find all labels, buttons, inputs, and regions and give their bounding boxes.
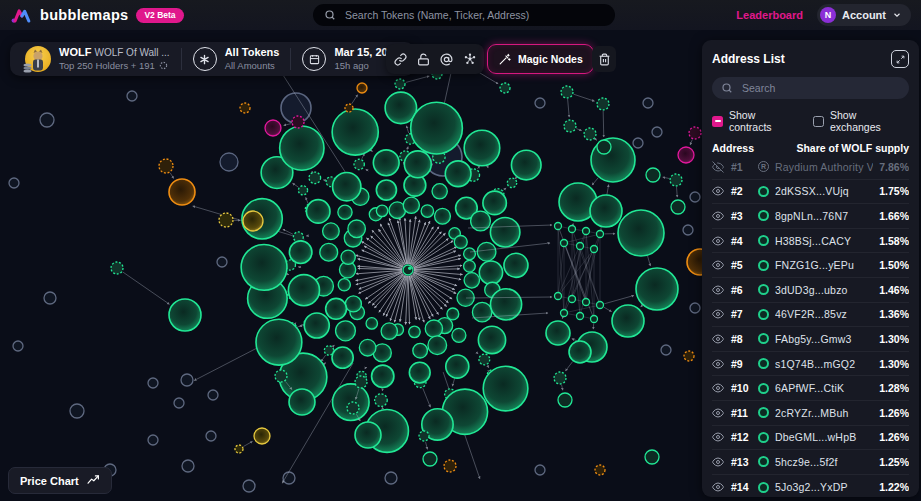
- clusters-button[interactable]: [458, 46, 481, 72]
- rank-label: #14: [731, 481, 752, 493]
- magic-nodes-button[interactable]: Magic Nodes: [487, 44, 594, 74]
- account-avatar: N: [820, 7, 836, 23]
- address-label[interactable]: 8gpNLn...76N7: [775, 210, 873, 222]
- rank-label: #8: [731, 333, 752, 345]
- unlock-button[interactable]: [412, 46, 435, 72]
- address-label[interactable]: 46VF2R...85vz: [775, 308, 873, 320]
- eye-icon[interactable]: [712, 407, 725, 419]
- checkbox-unchecked-icon[interactable]: [813, 116, 824, 127]
- eye-icon[interactable]: [712, 333, 725, 345]
- address-label[interactable]: 5hcz9e...5f2f: [775, 456, 873, 468]
- share-value: 1.75%: [879, 185, 909, 197]
- table-row[interactable]: #746VF2R...85vz1.36%: [712, 303, 909, 328]
- map-toolbar: [386, 44, 484, 74]
- token-search-input[interactable]: [343, 8, 604, 22]
- holder-bubble-icon: [758, 284, 769, 295]
- address-search-input[interactable]: [740, 81, 900, 95]
- address-mention-button[interactable]: [435, 46, 458, 72]
- chevron-down-icon: [892, 10, 902, 20]
- table-row[interactable]: #22dKSSX...VUjq1.75%: [712, 180, 909, 205]
- link-icon: [394, 53, 407, 66]
- rank-label: #13: [731, 456, 752, 468]
- address-label[interactable]: 2cRYZr...MBuh: [775, 407, 873, 419]
- table-row[interactable]: #8FAbg5y...Gmw31.30%: [712, 327, 909, 352]
- eye-icon[interactable]: [712, 284, 725, 296]
- expand-panel-button[interactable]: [891, 50, 909, 68]
- address-table: #1RRaydium Authority V47.86%#22dKSSX...V…: [712, 155, 909, 493]
- token-search-bar[interactable]: [313, 4, 615, 26]
- eye-off-icon[interactable]: [712, 161, 725, 173]
- price-chart-button[interactable]: Price Chart: [8, 467, 112, 494]
- eye-icon[interactable]: [712, 456, 725, 468]
- holder-bubble-icon: [758, 358, 769, 369]
- holder-bubble-icon: [758, 333, 769, 344]
- checkbox-checked-icon[interactable]: [712, 116, 723, 127]
- share-value: 1.26%: [879, 431, 909, 443]
- eye-icon[interactable]: [712, 308, 725, 320]
- eye-icon[interactable]: [712, 481, 725, 493]
- address-label[interactable]: 3dUD3g...ubzo: [775, 284, 873, 296]
- address-label[interactable]: s1Q74B...mGQ2: [775, 358, 873, 370]
- table-row[interactable]: #4H38BSj...CACY1.58%: [712, 229, 909, 254]
- beta-badge: V2 Beta: [136, 8, 183, 23]
- holder-bubble-icon: [758, 383, 769, 394]
- delete-button[interactable]: [592, 46, 616, 72]
- eye-icon[interactable]: [712, 382, 725, 394]
- search-icon: [721, 82, 733, 94]
- eye-icon[interactable]: [712, 235, 725, 247]
- search-icon: [324, 9, 336, 21]
- share-value: 1.30%: [879, 358, 909, 370]
- filter-tokens: All Tokens: [225, 46, 280, 60]
- address-label[interactable]: 2dKSSX...VUjq: [775, 185, 873, 197]
- loading-spinner-icon: [159, 61, 168, 70]
- table-row[interactable]: #145Jo3g2...YxDP1.22%: [712, 475, 909, 493]
- top-navbar: bubblemaps V2 Beta Leaderboard N Account: [0, 0, 921, 30]
- calendar-icon: [302, 47, 326, 71]
- filter-selector[interactable]: All Tokens All Amounts: [182, 46, 291, 72]
- address-label[interactable]: FNZG1G...yEPu: [775, 259, 873, 271]
- eye-icon[interactable]: [712, 259, 725, 271]
- table-row[interactable]: #63dUD3g...ubzo1.46%: [712, 278, 909, 303]
- table-row[interactable]: #12DbeGML...wHpB1.26%: [712, 426, 909, 451]
- address-label[interactable]: H38BSj...CACY: [775, 235, 873, 247]
- eye-icon[interactable]: [712, 358, 725, 370]
- eye-icon[interactable]: [712, 431, 725, 443]
- cluster-icon: [463, 52, 477, 66]
- show-contracts-checkbox[interactable]: Show contracts: [712, 109, 800, 133]
- address-label[interactable]: FAbg5y...Gmw3: [775, 333, 873, 345]
- rank-label: #7: [731, 308, 752, 320]
- table-row[interactable]: #5FNZG1G...yEPu1.50%: [712, 253, 909, 278]
- rank-label: #1: [731, 161, 752, 173]
- address-label[interactable]: 5Jo3g2...YxDP: [775, 481, 873, 493]
- address-label[interactable]: 6APfWF...CtiK: [775, 382, 873, 394]
- leaderboard-link[interactable]: Leaderboard: [736, 9, 803, 21]
- column-address: Address: [712, 142, 754, 154]
- table-row[interactable]: #1RRaydium Authority V47.86%: [712, 155, 909, 180]
- token-selector[interactable]: WOLF WOLF Of Wall ... Top 250 Holders + …: [14, 46, 181, 72]
- table-row[interactable]: #9s1Q74B...mGQ21.30%: [712, 352, 909, 377]
- eye-icon[interactable]: [712, 210, 725, 222]
- bubblemaps-logo-icon: [10, 7, 32, 24]
- address-label[interactable]: DbeGML...wHpB: [775, 431, 873, 443]
- address-search-bar[interactable]: [712, 77, 909, 99]
- rank-label: #11: [731, 407, 752, 419]
- address-label[interactable]: Raydium Authority V4: [775, 161, 873, 173]
- table-row[interactable]: #112cRYZr...MBuh1.26%: [712, 401, 909, 426]
- filter-amounts: All Amounts: [225, 60, 280, 72]
- brand[interactable]: bubblemaps V2 Beta: [10, 7, 184, 24]
- share-link-button[interactable]: [389, 46, 412, 72]
- token-avatar: [25, 46, 51, 72]
- share-value: 7.86%: [879, 161, 909, 173]
- eye-icon[interactable]: [712, 185, 725, 197]
- table-row[interactable]: #38gpNLn...76N71.66%: [712, 204, 909, 229]
- table-row[interactable]: #135hcz9e...5f2f1.25%: [712, 450, 909, 475]
- show-contracts-label: Show contracts: [729, 109, 800, 133]
- show-exchanges-checkbox[interactable]: Show exchanges: [813, 109, 909, 133]
- account-menu[interactable]: N Account: [817, 4, 911, 26]
- table-row[interactable]: #106APfWF...CtiK1.28%: [712, 376, 909, 401]
- address-list-panel: Address List Show contracts Show exchang…: [702, 40, 919, 497]
- holder-bubble-icon: [758, 235, 769, 246]
- rank-label: #4: [731, 235, 752, 247]
- unlock-icon: [417, 53, 430, 66]
- coin-stack-icon: [23, 63, 32, 73]
